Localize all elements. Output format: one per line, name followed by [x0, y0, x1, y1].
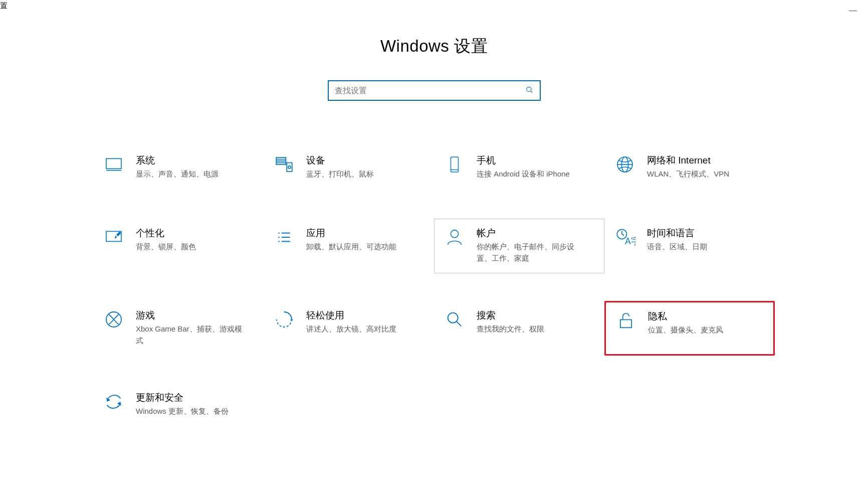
svg-point-29 — [448, 313, 458, 323]
search-icon[interactable] — [525, 85, 534, 96]
tile-title: 个性化 — [136, 227, 196, 240]
magnifier-icon — [444, 308, 466, 331]
window-title-fragment: 置 — [0, 1, 8, 11]
tile-desc: 讲述人、放大镜、高对比度 — [306, 323, 396, 335]
tile-desc: 蓝牙、打印机、鼠标 — [306, 168, 374, 180]
svg-rect-2 — [106, 158, 121, 169]
sync-icon — [103, 391, 125, 413]
settings-grid: 系统 显示、声音、通知、电源 设备 蓝牙、打印机、鼠标 — [93, 146, 775, 428]
tile-ease-of-access[interactable]: 轻松使用 讲述人、放大镜、高对比度 — [264, 301, 434, 356]
tile-title: 时间和语言 — [647, 227, 707, 240]
tile-desc: 你的帐户、电子邮件、同步设置、工作、家庭 — [477, 241, 584, 264]
tile-desc: 显示、声音、通知、电源 — [136, 168, 219, 180]
tile-title: 轻松使用 — [306, 309, 396, 322]
svg-text:A字: A字 — [625, 236, 635, 246]
tile-time-language[interactable]: A字 时间和语言 语音、区域、日期 — [604, 219, 775, 273]
tile-title: 隐私 — [648, 310, 723, 323]
tile-gaming[interactable]: 游戏 Xbox Game Bar、捕获、游戏模式 — [93, 301, 264, 356]
tile-title: 网络和 Internet — [647, 154, 729, 167]
globe-icon — [614, 153, 636, 176]
svg-point-0 — [526, 87, 531, 91]
tile-desc: Xbox Game Bar、捕获、游戏模式 — [136, 323, 244, 347]
lock-icon — [615, 309, 637, 332]
search-input[interactable] — [329, 86, 540, 95]
search-box[interactable] — [328, 80, 541, 101]
tile-desc: 背景、锁屏、颜色 — [136, 241, 196, 252]
tile-desc: 查找我的文件、权限 — [477, 323, 544, 335]
list-icon — [273, 226, 295, 248]
tile-title: 手机 — [477, 154, 570, 167]
svg-point-22 — [451, 230, 459, 238]
tile-apps[interactable]: 应用 卸载、默认应用、可选功能 — [264, 219, 434, 273]
tile-desc: 语音、区域、日期 — [647, 241, 707, 252]
minimize-button[interactable]: — — [849, 6, 857, 15]
tile-privacy[interactable]: 隐私 位置、摄像头、麦克风 — [604, 301, 775, 356]
tile-network[interactable]: 网络和 Internet WLAN、飞行模式、VPN — [604, 146, 775, 191]
tile-update-security[interactable]: 更新和安全 Windows 更新、恢复、备份 — [93, 383, 264, 428]
tile-desc: 连接 Android 设备和 iPhone — [477, 168, 570, 180]
svg-point-9 — [288, 166, 291, 169]
svg-line-1 — [530, 91, 532, 92]
tile-title: 搜索 — [477, 309, 544, 322]
tile-system[interactable]: 系统 显示、声音、通知、电源 — [93, 146, 264, 191]
tile-desc: WLAN、飞行模式、VPN — [647, 168, 729, 180]
svg-rect-8 — [287, 163, 292, 172]
tile-desc: 位置、摄像头、麦克风 — [648, 324, 723, 336]
devices-icon — [273, 153, 295, 176]
display-icon — [103, 153, 125, 176]
time-language-icon: A字 — [614, 226, 636, 248]
tile-title: 更新和安全 — [136, 392, 229, 404]
tile-personalization[interactable]: 个性化 背景、锁屏、颜色 — [93, 219, 264, 273]
tile-title: 系统 — [136, 154, 219, 167]
tile-devices[interactable]: 设备 蓝牙、打印机、鼠标 — [264, 146, 434, 191]
tile-title: 设备 — [306, 154, 374, 167]
tile-search[interactable]: 搜索 查找我的文件、权限 — [434, 301, 604, 356]
tile-accounts[interactable]: 帐户 你的帐户、电子邮件、同步设置、工作、家庭 — [434, 219, 604, 273]
phone-icon — [444, 153, 466, 176]
paintbrush-icon — [103, 226, 125, 248]
settings-home: Windows 设置 系统 显示、声音、通知、电源 — [0, 0, 868, 428]
page-title: Windows 设置 — [380, 35, 488, 58]
svg-line-30 — [457, 321, 461, 326]
tile-title: 应用 — [306, 227, 396, 240]
tile-phone[interactable]: 手机 连接 Android 设备和 iPhone — [434, 146, 604, 191]
tile-desc: Windows 更新、恢复、备份 — [136, 405, 229, 417]
person-icon — [444, 226, 466, 248]
ease-of-access-icon — [273, 308, 295, 331]
xbox-icon — [103, 308, 125, 331]
svg-rect-31 — [620, 320, 631, 328]
tile-desc: 卸载、默认应用、可选功能 — [306, 241, 396, 252]
svg-line-25 — [622, 234, 624, 236]
tile-title: 帐户 — [477, 227, 584, 240]
tile-title: 游戏 — [136, 309, 244, 322]
